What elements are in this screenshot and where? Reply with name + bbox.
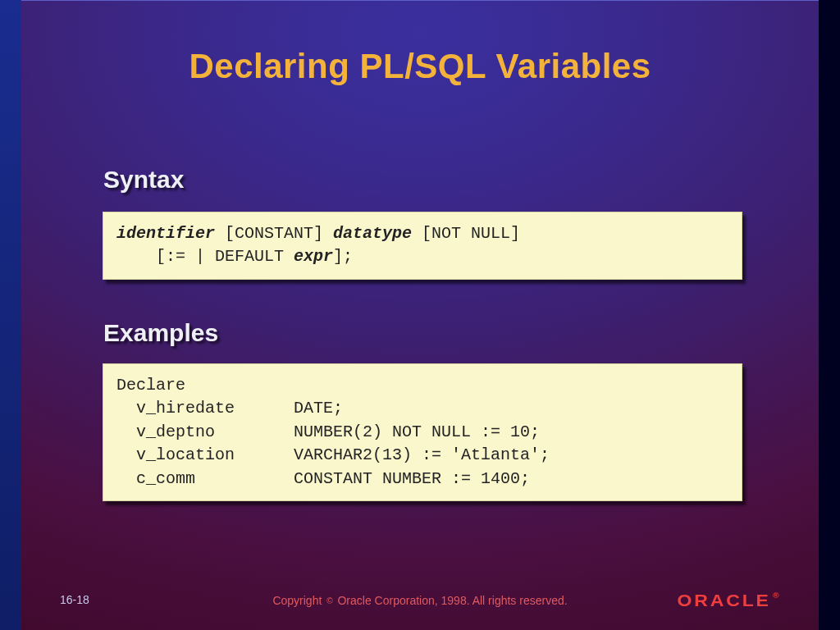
registered-mark-icon: ®	[773, 591, 782, 600]
code-line: v_location VARCHAR2(13) := 'Atlanta';	[116, 444, 728, 467]
code-line: identifier [CONSTANT] datatype [NOT NULL…	[116, 222, 728, 245]
slide-left-border	[0, 0, 21, 630]
code-text: [:= | DEFAULT	[116, 247, 294, 266]
copyright-prefix: Copyright	[272, 594, 325, 607]
code-line: Declare	[116, 374, 728, 397]
code-text: [CONSTANT]	[215, 224, 333, 243]
code-line: v_deptno NUMBER(2) NOT NULL := 10;	[116, 421, 728, 444]
copyright-symbol-icon: ©	[326, 596, 332, 605]
section-heading-syntax: Syntax	[103, 166, 184, 194]
examples-code-box: Declare v_hiredate DATE; v_deptno NUMBER…	[103, 363, 742, 501]
copyright-suffix: Oracle Corporation, 1998. All rights res…	[335, 594, 568, 607]
syntax-code-box: identifier [CONSTANT] datatype [NOT NULL…	[103, 212, 742, 280]
slide-right-border	[819, 0, 840, 630]
oracle-logo-text: ORACLE	[678, 591, 771, 609]
code-line: [:= | DEFAULT expr];	[116, 245, 728, 268]
code-line: c_comm CONSTANT NUMBER := 1400;	[116, 468, 728, 491]
section-heading-examples: Examples	[103, 319, 218, 347]
code-text: [NOT NULL]	[412, 224, 520, 243]
code-italic: identifier	[116, 224, 215, 243]
code-italic: expr	[294, 247, 333, 266]
oracle-logo: ORACLE®	[678, 591, 782, 610]
code-text: ];	[333, 247, 353, 266]
slide-title: Declaring PL/SQL Variables	[21, 47, 819, 86]
code-italic: datatype	[333, 224, 412, 243]
code-line: v_hiredate DATE;	[116, 397, 728, 420]
slide-stage: Declaring PL/SQL Variables Syntax identi…	[21, 0, 819, 630]
